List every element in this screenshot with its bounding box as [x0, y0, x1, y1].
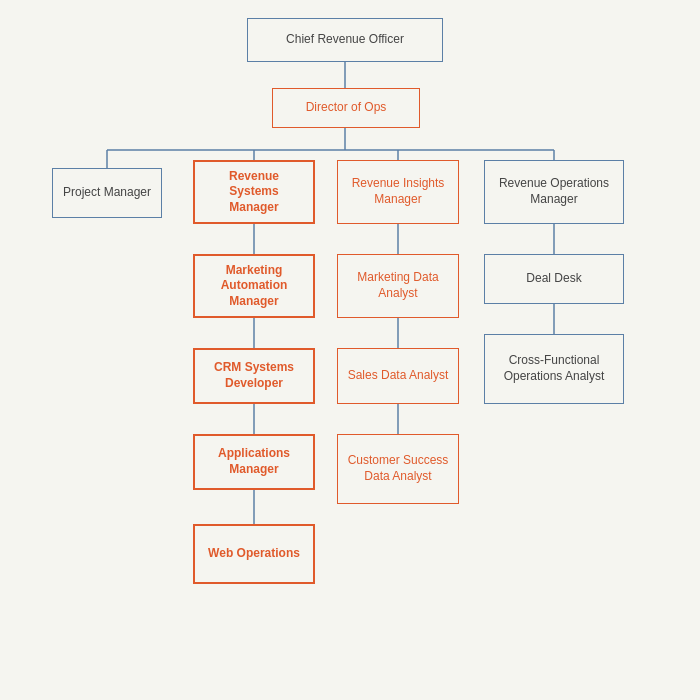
node-crm-dev: CRM Systems Developer: [193, 348, 315, 404]
node-cross-func: Cross-Functional Operations Analyst: [484, 334, 624, 404]
org-chart: Chief Revenue Officer Director of Ops Pr…: [0, 0, 700, 700]
node-deal-desk: Deal Desk: [484, 254, 624, 304]
node-revenue-ops: Revenue Operations Manager: [484, 160, 624, 224]
node-director: Director of Ops: [272, 88, 420, 128]
node-project-manager: Project Manager: [52, 168, 162, 218]
node-marketing-auto: Marketing Automation Manager: [193, 254, 315, 318]
node-revenue-insights: Revenue Insights Manager: [337, 160, 459, 224]
node-cro: Chief Revenue Officer: [247, 18, 443, 62]
node-revenue-systems: Revenue Systems Manager: [193, 160, 315, 224]
node-apps-manager: Applications Manager: [193, 434, 315, 490]
node-customer-success: Customer Success Data Analyst: [337, 434, 459, 504]
node-marketing-data: Marketing Data Analyst: [337, 254, 459, 318]
node-sales-data: Sales Data Analyst: [337, 348, 459, 404]
node-web-ops: Web Operations: [193, 524, 315, 584]
